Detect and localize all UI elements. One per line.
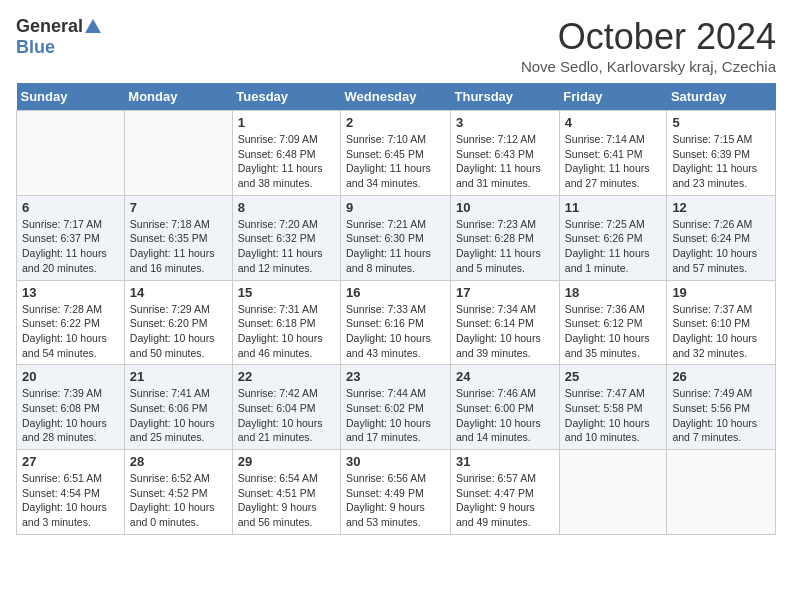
calendar-cell: 30Sunrise: 6:56 AM Sunset: 4:49 PM Dayli… — [341, 450, 451, 535]
day-header-monday: Monday — [124, 83, 232, 111]
day-number: 30 — [346, 454, 445, 469]
calendar-cell: 4Sunrise: 7:14 AM Sunset: 6:41 PM Daylig… — [559, 111, 667, 196]
day-number: 17 — [456, 285, 554, 300]
day-header-sunday: Sunday — [17, 83, 125, 111]
day-info: Sunrise: 7:18 AM Sunset: 6:35 PM Dayligh… — [130, 217, 227, 276]
day-number: 31 — [456, 454, 554, 469]
day-header-wednesday: Wednesday — [341, 83, 451, 111]
day-info: Sunrise: 6:52 AM Sunset: 4:52 PM Dayligh… — [130, 471, 227, 530]
calendar-cell: 2Sunrise: 7:10 AM Sunset: 6:45 PM Daylig… — [341, 111, 451, 196]
calendar-cell: 24Sunrise: 7:46 AM Sunset: 6:00 PM Dayli… — [451, 365, 560, 450]
logo-blue-text: Blue — [16, 37, 55, 58]
calendar-cell: 23Sunrise: 7:44 AM Sunset: 6:02 PM Dayli… — [341, 365, 451, 450]
day-info: Sunrise: 6:51 AM Sunset: 4:54 PM Dayligh… — [22, 471, 119, 530]
day-header-thursday: Thursday — [451, 83, 560, 111]
day-number: 13 — [22, 285, 119, 300]
day-info: Sunrise: 7:44 AM Sunset: 6:02 PM Dayligh… — [346, 386, 445, 445]
calendar-cell: 28Sunrise: 6:52 AM Sunset: 4:52 PM Dayli… — [124, 450, 232, 535]
calendar-cell: 26Sunrise: 7:49 AM Sunset: 5:56 PM Dayli… — [667, 365, 776, 450]
calendar-cell: 3Sunrise: 7:12 AM Sunset: 6:43 PM Daylig… — [451, 111, 560, 196]
logo: General Blue — [16, 16, 103, 58]
calendar-table: SundayMondayTuesdayWednesdayThursdayFrid… — [16, 83, 776, 535]
day-info: Sunrise: 7:46 AM Sunset: 6:00 PM Dayligh… — [456, 386, 554, 445]
day-number: 9 — [346, 200, 445, 215]
day-info: Sunrise: 7:26 AM Sunset: 6:24 PM Dayligh… — [672, 217, 770, 276]
day-header-friday: Friday — [559, 83, 667, 111]
day-info: Sunrise: 7:25 AM Sunset: 6:26 PM Dayligh… — [565, 217, 662, 276]
calendar-cell — [559, 450, 667, 535]
day-number: 29 — [238, 454, 335, 469]
day-number: 7 — [130, 200, 227, 215]
day-number: 14 — [130, 285, 227, 300]
day-number: 18 — [565, 285, 662, 300]
day-info: Sunrise: 7:09 AM Sunset: 6:48 PM Dayligh… — [238, 132, 335, 191]
day-info: Sunrise: 7:41 AM Sunset: 6:06 PM Dayligh… — [130, 386, 227, 445]
day-number: 19 — [672, 285, 770, 300]
calendar-cell: 10Sunrise: 7:23 AM Sunset: 6:28 PM Dayli… — [451, 195, 560, 280]
day-number: 5 — [672, 115, 770, 130]
calendar-cell: 29Sunrise: 6:54 AM Sunset: 4:51 PM Dayli… — [232, 450, 340, 535]
page-header: General Blue October 2024 Nove Sedlo, Ka… — [16, 16, 776, 75]
day-info: Sunrise: 7:17 AM Sunset: 6:37 PM Dayligh… — [22, 217, 119, 276]
calendar-cell: 17Sunrise: 7:34 AM Sunset: 6:14 PM Dayli… — [451, 280, 560, 365]
logo-general-text: General — [16, 16, 83, 37]
location-subtitle: Nove Sedlo, Karlovarsky kraj, Czechia — [521, 58, 776, 75]
calendar-cell: 21Sunrise: 7:41 AM Sunset: 6:06 PM Dayli… — [124, 365, 232, 450]
calendar-cell — [124, 111, 232, 196]
calendar-cell: 6Sunrise: 7:17 AM Sunset: 6:37 PM Daylig… — [17, 195, 125, 280]
day-info: Sunrise: 6:56 AM Sunset: 4:49 PM Dayligh… — [346, 471, 445, 530]
calendar-cell: 8Sunrise: 7:20 AM Sunset: 6:32 PM Daylig… — [232, 195, 340, 280]
day-info: Sunrise: 7:20 AM Sunset: 6:32 PM Dayligh… — [238, 217, 335, 276]
day-number: 8 — [238, 200, 335, 215]
day-number: 12 — [672, 200, 770, 215]
calendar-cell: 19Sunrise: 7:37 AM Sunset: 6:10 PM Dayli… — [667, 280, 776, 365]
calendar-week-row: 1Sunrise: 7:09 AM Sunset: 6:48 PM Daylig… — [17, 111, 776, 196]
svg-marker-0 — [85, 19, 101, 33]
calendar-cell: 12Sunrise: 7:26 AM Sunset: 6:24 PM Dayli… — [667, 195, 776, 280]
day-info: Sunrise: 7:10 AM Sunset: 6:45 PM Dayligh… — [346, 132, 445, 191]
day-info: Sunrise: 7:47 AM Sunset: 5:58 PM Dayligh… — [565, 386, 662, 445]
day-info: Sunrise: 7:39 AM Sunset: 6:08 PM Dayligh… — [22, 386, 119, 445]
calendar-cell — [17, 111, 125, 196]
calendar-cell: 16Sunrise: 7:33 AM Sunset: 6:16 PM Dayli… — [341, 280, 451, 365]
day-info: Sunrise: 7:34 AM Sunset: 6:14 PM Dayligh… — [456, 302, 554, 361]
day-header-saturday: Saturday — [667, 83, 776, 111]
day-info: Sunrise: 7:21 AM Sunset: 6:30 PM Dayligh… — [346, 217, 445, 276]
month-title: October 2024 — [521, 16, 776, 58]
calendar-cell: 27Sunrise: 6:51 AM Sunset: 4:54 PM Dayli… — [17, 450, 125, 535]
day-info: Sunrise: 7:15 AM Sunset: 6:39 PM Dayligh… — [672, 132, 770, 191]
day-number: 20 — [22, 369, 119, 384]
day-info: Sunrise: 7:28 AM Sunset: 6:22 PM Dayligh… — [22, 302, 119, 361]
day-number: 25 — [565, 369, 662, 384]
calendar-cell — [667, 450, 776, 535]
day-number: 24 — [456, 369, 554, 384]
calendar-cell: 1Sunrise: 7:09 AM Sunset: 6:48 PM Daylig… — [232, 111, 340, 196]
day-number: 10 — [456, 200, 554, 215]
day-number: 21 — [130, 369, 227, 384]
day-number: 23 — [346, 369, 445, 384]
day-info: Sunrise: 6:54 AM Sunset: 4:51 PM Dayligh… — [238, 471, 335, 530]
calendar-cell: 18Sunrise: 7:36 AM Sunset: 6:12 PM Dayli… — [559, 280, 667, 365]
day-number: 2 — [346, 115, 445, 130]
calendar-cell: 20Sunrise: 7:39 AM Sunset: 6:08 PM Dayli… — [17, 365, 125, 450]
day-number: 6 — [22, 200, 119, 215]
day-number: 26 — [672, 369, 770, 384]
day-info: Sunrise: 7:14 AM Sunset: 6:41 PM Dayligh… — [565, 132, 662, 191]
day-number: 1 — [238, 115, 335, 130]
day-number: 15 — [238, 285, 335, 300]
calendar-week-row: 13Sunrise: 7:28 AM Sunset: 6:22 PM Dayli… — [17, 280, 776, 365]
day-info: Sunrise: 7:36 AM Sunset: 6:12 PM Dayligh… — [565, 302, 662, 361]
calendar-cell: 31Sunrise: 6:57 AM Sunset: 4:47 PM Dayli… — [451, 450, 560, 535]
calendar-week-row: 6Sunrise: 7:17 AM Sunset: 6:37 PM Daylig… — [17, 195, 776, 280]
title-block: October 2024 Nove Sedlo, Karlovarsky kra… — [521, 16, 776, 75]
day-number: 11 — [565, 200, 662, 215]
day-number: 3 — [456, 115, 554, 130]
day-number: 16 — [346, 285, 445, 300]
calendar-cell: 7Sunrise: 7:18 AM Sunset: 6:35 PM Daylig… — [124, 195, 232, 280]
day-info: Sunrise: 7:42 AM Sunset: 6:04 PM Dayligh… — [238, 386, 335, 445]
day-info: Sunrise: 7:33 AM Sunset: 6:16 PM Dayligh… — [346, 302, 445, 361]
calendar-cell: 15Sunrise: 7:31 AM Sunset: 6:18 PM Dayli… — [232, 280, 340, 365]
calendar-week-row: 27Sunrise: 6:51 AM Sunset: 4:54 PM Dayli… — [17, 450, 776, 535]
calendar-cell: 25Sunrise: 7:47 AM Sunset: 5:58 PM Dayli… — [559, 365, 667, 450]
day-info: Sunrise: 7:29 AM Sunset: 6:20 PM Dayligh… — [130, 302, 227, 361]
